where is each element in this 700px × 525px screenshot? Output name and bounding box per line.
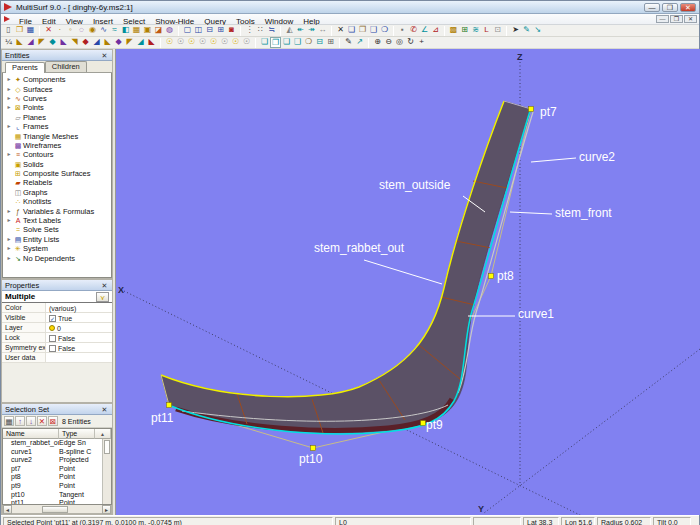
expand-arrow-icon[interactable]: ▸ bbox=[5, 75, 13, 84]
insert-snake-icon[interactable]: ≈ bbox=[109, 25, 120, 36]
expand-arrow-icon[interactable]: ▸ bbox=[5, 122, 13, 131]
insert-cube-icon[interactable]: ◪ bbox=[153, 25, 164, 36]
property-value[interactable]: 0 bbox=[46, 323, 112, 332]
edit-offset-icon[interactable]: ◢ bbox=[91, 37, 102, 48]
copy-view-icon[interactable]: ❏ bbox=[259, 37, 270, 48]
new-file-icon[interactable]: ▯ bbox=[3, 25, 14, 36]
move-down-icon[interactable]: ↓ bbox=[26, 416, 36, 426]
hide-entity-icon[interactable]: ☉ bbox=[175, 37, 186, 48]
tree-item-contours[interactable]: ▸≡Contours bbox=[5, 150, 111, 159]
tree-item-points[interactable]: ▸⊠Points bbox=[5, 103, 111, 112]
tree-item-entity-lists[interactable]: ▸▤Entity Lists bbox=[5, 235, 111, 244]
expand-arrow-icon[interactable]: ▸ bbox=[5, 207, 13, 216]
restore-button[interactable]: ❐ bbox=[662, 3, 678, 12]
tab-parents[interactable]: Parents bbox=[5, 62, 45, 73]
view-quad-icon[interactable]: ⊞ bbox=[215, 25, 226, 36]
move-point-icon[interactable]: ◆ bbox=[47, 37, 58, 48]
lightbulb-icon[interactable] bbox=[49, 325, 55, 331]
insert-solid-icon[interactable]: ▣ bbox=[142, 25, 153, 36]
child-close-button[interactable]: ✕ bbox=[684, 15, 697, 23]
selection-row-curve2[interactable]: curve2Projected bbox=[3, 456, 111, 465]
selection-row-pt11[interactable]: pt11Point bbox=[3, 499, 111, 505]
expand-arrow-icon[interactable]: ▸ bbox=[5, 85, 13, 94]
selection-row-pt9[interactable]: pt9Point bbox=[3, 482, 111, 491]
checkbox-unchecked-icon[interactable] bbox=[49, 345, 56, 352]
snap-bead-icon[interactable]: ◣ bbox=[58, 37, 69, 48]
select-arrow-icon[interactable]: ➤ bbox=[510, 25, 521, 36]
scroll-right-icon[interactable]: ► bbox=[102, 505, 111, 514]
insert-point-icon[interactable]: ∙ bbox=[54, 25, 65, 36]
export-view-icon[interactable]: ⊟ bbox=[314, 37, 325, 48]
copy-image-icon[interactable]: ❍ bbox=[303, 37, 314, 48]
show-parents-icon[interactable]: ☉ bbox=[241, 37, 252, 48]
pen-tool-icon[interactable]: ✎ bbox=[343, 37, 354, 48]
selection-row-pt10[interactable]: pt10Tangent bbox=[3, 491, 111, 500]
tree-item-surfaces[interactable]: ▸◇Surfaces bbox=[5, 84, 111, 93]
zoom-in-icon[interactable]: ⊕ bbox=[372, 37, 383, 48]
tab-children[interactable]: Children bbox=[45, 61, 87, 72]
expand-arrow-icon[interactable]: ▸ bbox=[5, 103, 13, 112]
entity-label-pt8[interactable]: pt8 bbox=[497, 269, 514, 283]
view-camera-icon[interactable]: ◙ bbox=[226, 25, 237, 36]
cut-icon[interactable]: ✕ bbox=[335, 25, 346, 36]
ortho-grid-icon[interactable]: ⊞ bbox=[459, 25, 470, 36]
copy-entities-icon[interactable]: ❑ bbox=[292, 37, 303, 48]
measure-icon[interactable]: ◭ bbox=[284, 25, 295, 36]
entities-close-icon[interactable]: ✕ bbox=[100, 51, 109, 60]
select-multi-icon[interactable]: ↘ bbox=[532, 25, 543, 36]
insert-curve-icon[interactable]: ∿ bbox=[98, 25, 109, 36]
insert-magnet-icon[interactable]: ◉ bbox=[87, 25, 98, 36]
fraction-edit-icon[interactable]: ¼ bbox=[3, 37, 14, 48]
column-header-type[interactable]: Type bbox=[59, 429, 95, 439]
property-value[interactable]: (various) bbox=[46, 303, 112, 312]
label-tool-icon[interactable]: L bbox=[481, 25, 492, 36]
view-split-v-icon[interactable]: ◫ bbox=[193, 25, 204, 36]
pan-view-icon[interactable]: + bbox=[416, 37, 427, 48]
properties-close-icon[interactable]: ✕ bbox=[100, 281, 109, 290]
layers-icon[interactable]: ≋ bbox=[470, 25, 481, 36]
hide-unselected-icon[interactable]: ☉ bbox=[219, 37, 230, 48]
tree-item-knotlists[interactable]: ∴Knotlists bbox=[5, 197, 111, 206]
invert-visibility-icon[interactable]: ☉ bbox=[230, 37, 241, 48]
entity-label-pt10[interactable]: pt10 bbox=[299, 452, 323, 466]
entity-label-curve2[interactable]: curve2 bbox=[579, 150, 615, 164]
zoom-out-icon[interactable]: ⊖ bbox=[383, 37, 394, 48]
grid-snap-icon[interactable]: ▩ bbox=[448, 25, 459, 36]
select-pen-icon[interactable]: ✎ bbox=[521, 25, 532, 36]
view-wireframe-icon[interactable]: ▢ bbox=[182, 25, 193, 36]
property-value[interactable]: False bbox=[46, 343, 112, 352]
property-value[interactable]: False bbox=[46, 333, 112, 342]
show-entity-icon[interactable]: ☉ bbox=[164, 37, 175, 48]
tree-item-curves[interactable]: ▸∿Curves bbox=[5, 94, 111, 103]
insert-bead-icon[interactable]: ◦ bbox=[65, 25, 76, 36]
select-list-icon[interactable]: ▦ bbox=[4, 416, 14, 426]
tree-item-frames[interactable]: ▸⌞Frames bbox=[5, 122, 111, 131]
edit-rotate-icon[interactable]: ◆ bbox=[113, 37, 124, 48]
selection-close-icon[interactable]: ✕ bbox=[100, 405, 109, 414]
scroll-up-icon[interactable]: ▲ bbox=[95, 429, 111, 439]
entity-label-stem_front[interactable]: stem_front bbox=[555, 206, 612, 220]
open-file-icon[interactable]: ❒ bbox=[14, 25, 25, 36]
view-split-h-icon[interactable]: ⊟ bbox=[204, 25, 215, 36]
pt10-point-marker[interactable] bbox=[311, 446, 316, 451]
entity-label-pt11[interactable]: pt11 bbox=[151, 411, 174, 425]
comment-icon[interactable]: ❍ bbox=[379, 25, 390, 36]
selection-row-pt8[interactable]: pt8Point bbox=[3, 473, 111, 482]
pt7-point-marker[interactable] bbox=[529, 107, 534, 112]
copy-wireframe-icon[interactable]: ❏ bbox=[281, 37, 292, 48]
entity-label-stem_outside[interactable]: stem_outside bbox=[379, 178, 451, 192]
entity-label-pt7[interactable]: pt7 bbox=[540, 105, 557, 119]
distribute-icon[interactable]: ≒ bbox=[266, 25, 277, 36]
show-selected-icon[interactable]: ☉ bbox=[208, 37, 219, 48]
move-up-icon[interactable]: ↑ bbox=[15, 416, 25, 426]
expand-arrow-icon[interactable]: ▸ bbox=[5, 254, 13, 263]
scrollbar-thumb[interactable] bbox=[104, 440, 110, 454]
align-horizontal-icon[interactable]: ∷ bbox=[255, 25, 266, 36]
delete-entity-icon[interactable]: ✕ bbox=[43, 25, 54, 36]
duplicate-icon[interactable]: ❑ bbox=[368, 25, 379, 36]
selection-horizontal-scrollbar[interactable]: ◄ ► bbox=[2, 505, 112, 514]
tree-item-wireframes[interactable]: ▩Wireframes bbox=[5, 141, 111, 150]
pt8-point-marker[interactable] bbox=[489, 274, 494, 279]
tree-item-solids[interactable]: ▣Solids bbox=[5, 160, 111, 169]
insert-ring-icon[interactable]: ◌ bbox=[76, 25, 87, 36]
